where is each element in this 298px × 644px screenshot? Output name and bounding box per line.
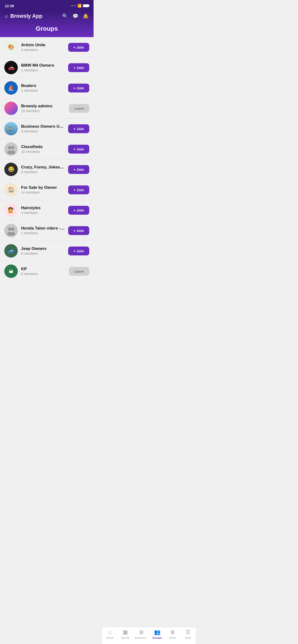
group-members: 5 members bbox=[21, 252, 65, 256]
group-members: 10 members bbox=[21, 150, 65, 154]
group-info: Browsly admins 10 members bbox=[21, 104, 66, 113]
group-avatar: 🏔 bbox=[4, 264, 18, 278]
list-item: Classifieds 10 members + Join bbox=[0, 139, 94, 159]
group-name: Honda Talon riders - Florida bbox=[21, 226, 65, 231]
svg-point-25 bbox=[10, 232, 15, 236]
group-name: Crazy, Funny, Jokes & Posts bbox=[21, 165, 65, 170]
list-item: ⛵ Boaters 1 members + Join bbox=[0, 78, 94, 98]
group-avatar: 🚙 bbox=[4, 244, 18, 258]
list-item: Honda Talon riders - Florida 1 members +… bbox=[0, 220, 94, 241]
chat-icon[interactable]: 💬 bbox=[72, 13, 78, 19]
group-avatar: 🎨 bbox=[4, 40, 18, 54]
svg-text:🚗: 🚗 bbox=[8, 64, 15, 71]
group-name: For Sale by Owner bbox=[21, 185, 65, 190]
group-name: BMW M4 Owners bbox=[21, 63, 65, 68]
svg-text:🚙: 🚙 bbox=[8, 248, 15, 254]
group-info: Business Owners USA 6 members bbox=[21, 124, 65, 133]
group-members: 4 members bbox=[21, 211, 65, 215]
join-button[interactable]: + Join bbox=[68, 246, 89, 256]
join-button[interactable]: + Join bbox=[68, 145, 89, 154]
group-avatar: 🚶 🚶 bbox=[4, 122, 18, 135]
group-members: 5 members bbox=[21, 272, 66, 276]
group-members: 6 members bbox=[21, 130, 65, 133]
app-header: ⌕ Browsly App 🔍 💬 🔔 Groups bbox=[0, 10, 94, 37]
group-name: Artists Unite bbox=[21, 43, 65, 48]
group-info: Boaters 1 members bbox=[21, 84, 65, 92]
group-info: Artists Unite 3 members bbox=[21, 43, 65, 52]
group-avatar bbox=[4, 142, 18, 156]
group-info: Crazy, Funny, Jokes & Posts 9 members bbox=[21, 165, 65, 174]
join-button[interactable]: + Join bbox=[68, 84, 89, 92]
app-title: Browsly App bbox=[10, 13, 43, 19]
group-members: 3 members bbox=[21, 48, 65, 52]
svg-point-14 bbox=[10, 150, 15, 154]
svg-text:🎨: 🎨 bbox=[8, 44, 15, 50]
list-item: 🚗 BMW M4 Owners 1 members + Join bbox=[0, 58, 94, 78]
list-item: 🎨 Artists Unite 3 members + Join bbox=[0, 37, 94, 58]
header-actions: 🔍 💬 🔔 bbox=[62, 13, 89, 19]
group-avatar: ⛵ bbox=[4, 81, 18, 95]
svg-text:💇: 💇 bbox=[8, 207, 15, 213]
battery-icon bbox=[83, 4, 89, 7]
group-avatar: 🏠 bbox=[4, 183, 18, 196]
join-button[interactable]: + Join bbox=[68, 63, 89, 72]
status-time: 12:39 bbox=[5, 4, 14, 8]
join-button[interactable]: + Join bbox=[68, 43, 89, 52]
group-info: Honda Talon riders - Florida 1 members bbox=[21, 226, 65, 235]
group-name: Classifieds bbox=[21, 144, 65, 149]
list-item: 🚙 Jeep Owners 5 members + Join bbox=[0, 241, 94, 261]
group-name: Boaters bbox=[21, 84, 65, 88]
list-item: 💇 Hairstyles 4 members + Join bbox=[0, 200, 94, 220]
wifi-icon: 📶 bbox=[77, 4, 82, 8]
status-bar: 12:39 📶 bbox=[0, 0, 94, 10]
group-avatar: 🚗 bbox=[4, 61, 18, 74]
group-members: 1 members bbox=[21, 89, 65, 92]
svg-text:🚶: 🚶 bbox=[7, 126, 12, 132]
group-name: Hairstyles bbox=[21, 206, 65, 210]
svg-point-6 bbox=[4, 102, 18, 115]
list-item: 🚶 🚶 Business Owners USA 6 members + Join bbox=[0, 118, 94, 139]
list-item: Browsly admins 10 members Leave bbox=[0, 98, 94, 118]
svg-text:🏠: 🏠 bbox=[8, 186, 15, 193]
group-info: Classifieds 10 members bbox=[21, 144, 65, 154]
group-avatar bbox=[4, 102, 18, 115]
list-item: 😂 Crazy, Funny, Jokes & Posts 9 members … bbox=[0, 159, 94, 180]
group-members: 14 members bbox=[21, 190, 65, 194]
join-button[interactable]: + Join bbox=[68, 206, 89, 215]
group-info: KP 5 members bbox=[21, 267, 66, 276]
join-button[interactable]: + Join bbox=[68, 165, 89, 174]
app-title-row: ⌕ Browsly App bbox=[5, 13, 43, 19]
join-button[interactable]: + Join bbox=[68, 124, 89, 133]
svg-point-12 bbox=[11, 146, 14, 149]
group-members: 10 members bbox=[21, 109, 66, 113]
group-name: Jeep Owners bbox=[21, 246, 65, 251]
page-title: Groups bbox=[5, 25, 89, 32]
join-button[interactable]: + Join bbox=[68, 186, 89, 194]
signal-icon bbox=[71, 5, 76, 6]
group-members: 1 members bbox=[21, 231, 65, 235]
list-item: 🏠 For Sale by Owner 14 members + Join bbox=[0, 180, 94, 200]
group-name: KP bbox=[21, 267, 66, 272]
group-members: 1 members bbox=[21, 68, 65, 72]
group-avatar: 💇 bbox=[4, 204, 18, 217]
group-info: For Sale by Owner 14 members bbox=[21, 185, 65, 194]
svg-text:😂: 😂 bbox=[8, 166, 15, 172]
group-avatar bbox=[4, 224, 18, 237]
group-avatar: 😂 bbox=[4, 163, 18, 176]
group-name: Business Owners USA bbox=[21, 124, 65, 129]
status-icons: 📶 bbox=[71, 4, 89, 8]
groups-list: 🎨 Artists Unite 3 members + Join 🚗 BMW M… bbox=[0, 37, 94, 306]
svg-point-11 bbox=[8, 146, 11, 149]
leave-button[interactable]: Leave bbox=[69, 267, 89, 276]
group-info: Jeep Owners 5 members bbox=[21, 246, 65, 256]
svg-point-22 bbox=[8, 227, 11, 231]
search-icon[interactable]: 🔍 bbox=[62, 13, 68, 19]
svg-text:⛵: ⛵ bbox=[8, 84, 15, 91]
join-button[interactable]: + Join bbox=[68, 226, 89, 235]
group-name: Browsly admins bbox=[21, 104, 66, 108]
svg-point-23 bbox=[11, 227, 14, 231]
leave-button[interactable]: Leave bbox=[69, 104, 89, 113]
app-logo-icon: ⌕ bbox=[5, 13, 8, 19]
bell-icon[interactable]: 🔔 bbox=[83, 13, 89, 19]
list-item: 🏔 KP 5 members Leave bbox=[0, 261, 94, 282]
